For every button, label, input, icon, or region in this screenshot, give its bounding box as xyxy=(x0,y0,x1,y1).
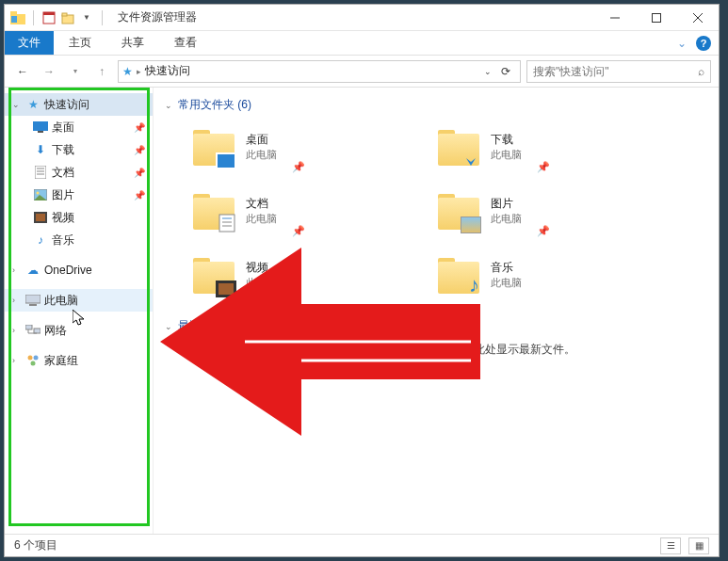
qat-dropdown-icon[interactable]: ▼ xyxy=(79,10,94,25)
chevron-right-icon[interactable]: › xyxy=(12,356,22,365)
pin-icon: 📌 xyxy=(134,190,145,200)
sidebar-item-music[interactable]: ♪ 音乐 xyxy=(5,229,153,251)
folder-icon xyxy=(191,252,236,297)
folder-name: 视频 xyxy=(246,260,277,276)
sidebar-onedrive[interactable]: › ☁ OneDrive xyxy=(5,259,153,281)
folder-icon xyxy=(191,124,236,169)
folder-icon xyxy=(436,124,481,169)
folder-name: 下载 xyxy=(491,132,522,148)
folder-name: 桌面 xyxy=(246,132,277,148)
sidebar-item-label: 音乐 xyxy=(52,232,74,248)
help-icon[interactable]: ? xyxy=(696,36,711,51)
folder-item-documents[interactable]: 文档 此电脑 📌 xyxy=(191,184,436,237)
maximize-button[interactable] xyxy=(636,5,677,31)
chevron-right-icon[interactable]: › xyxy=(12,296,22,305)
svg-rect-23 xyxy=(29,304,37,306)
svg-marker-32 xyxy=(466,152,476,166)
pin-icon: 📌 xyxy=(134,145,145,155)
svg-rect-13 xyxy=(35,166,46,179)
folder-name: 图片 xyxy=(491,196,522,212)
picture-icon xyxy=(33,187,48,202)
tab-share[interactable]: 共享 xyxy=(106,31,159,55)
chevron-down-icon[interactable]: ⌄ xyxy=(165,322,172,331)
svg-rect-22 xyxy=(25,295,40,303)
svg-point-30 xyxy=(34,356,39,361)
search-box[interactable]: ⌕ xyxy=(526,60,711,83)
sidebar-item-label: 桌面 xyxy=(52,120,74,136)
sidebar-item-label: 家庭组 xyxy=(44,353,78,369)
desktop-icon xyxy=(33,120,48,135)
svg-point-31 xyxy=(31,361,36,366)
section-header-folders[interactable]: ⌄ 常用文件夹 (6) xyxy=(165,97,707,113)
svg-rect-38 xyxy=(218,283,234,295)
folder-item-videos[interactable]: 视频 此电脑 xyxy=(191,248,436,301)
content-pane: ⌄ 常用文件夹 (6) 桌面 此电脑 📌 下载 xyxy=(154,88,719,534)
nav-pane: ⌄ ★ 快速访问 桌面 📌 ⬇ 下载 📌 文档 📌 图片 xyxy=(5,88,154,534)
nav-forward-button[interactable]: → xyxy=(39,61,59,82)
svg-rect-11 xyxy=(33,121,48,131)
folder-item-desktop[interactable]: 桌面 此电脑 📌 xyxy=(191,120,436,173)
folder-item-pictures[interactable]: 图片 此电脑 📌 xyxy=(436,184,681,237)
ribbon-expand-icon[interactable]: ⌄ xyxy=(677,37,687,50)
pin-icon: 📌 xyxy=(292,225,305,237)
nav-recent-dropdown[interactable]: ▾ xyxy=(65,61,86,82)
svg-rect-21 xyxy=(36,214,45,221)
address-bar: ← → ▾ ↑ ★ ▸ 快速访问 ⌄ ⟳ ⌕ xyxy=(5,56,719,88)
nav-up-button[interactable]: ↑ xyxy=(91,61,112,82)
address-dropdown-icon[interactable]: ⌄ xyxy=(484,67,492,76)
pc-icon xyxy=(25,293,40,308)
minimize-button[interactable] xyxy=(594,5,636,31)
search-input[interactable] xyxy=(533,65,692,78)
chevron-down-icon[interactable]: ⌄ xyxy=(12,100,22,109)
quick-access-icon: ★ xyxy=(122,65,133,78)
sidebar-this-pc[interactable]: › 此电脑 xyxy=(5,289,153,312)
folder-location: 此电脑 xyxy=(491,276,522,290)
svg-rect-6 xyxy=(62,13,67,16)
sidebar-item-label: 此电脑 xyxy=(44,293,78,309)
section-title: 最近使用的文件 (0) xyxy=(178,318,274,334)
sidebar-item-label: OneDrive xyxy=(44,264,92,277)
video-icon xyxy=(33,210,48,225)
download-icon: ⬇ xyxy=(33,142,48,157)
search-icon[interactable]: ⌕ xyxy=(698,65,704,78)
sidebar-item-desktop[interactable]: 桌面 📌 xyxy=(5,116,153,138)
tab-view[interactable]: 查看 xyxy=(159,31,212,55)
folder-item-music[interactable]: ♪ 音乐 此电脑 xyxy=(436,248,681,301)
sidebar-item-downloads[interactable]: ⬇ 下载 📌 xyxy=(5,138,153,161)
view-details-button[interactable]: ☰ xyxy=(660,537,681,554)
chevron-right-icon[interactable]: › xyxy=(12,326,22,335)
pin-icon: 📌 xyxy=(537,225,550,237)
svg-point-18 xyxy=(37,192,40,195)
folder-icon xyxy=(191,188,236,233)
sidebar-item-pictures[interactable]: 图片 📌 xyxy=(5,184,153,206)
folder-name: 文档 xyxy=(246,196,277,212)
sidebar-item-videos[interactable]: 视频 xyxy=(5,206,153,229)
svg-point-29 xyxy=(28,356,33,361)
qat-properties-icon[interactable] xyxy=(41,10,57,25)
tab-home[interactable]: 主页 xyxy=(54,31,106,55)
sidebar-quick-access[interactable]: ⌄ ★ 快速访问 xyxy=(5,93,153,116)
svg-marker-24 xyxy=(73,310,84,325)
folder-location: 此电脑 xyxy=(246,148,277,162)
address-box[interactable]: ★ ▸ 快速访问 ⌄ ⟳ xyxy=(118,60,521,83)
nav-back-button[interactable]: ← xyxy=(12,61,33,82)
refresh-button[interactable]: ⟳ xyxy=(495,65,516,78)
chevron-down-icon[interactable]: ⌄ xyxy=(165,101,172,110)
window-title: 文件资源管理器 xyxy=(118,9,197,25)
view-icons-button[interactable]: ▦ xyxy=(688,537,709,554)
svg-rect-25 xyxy=(25,325,32,329)
sidebar-homegroup[interactable]: › 家庭组 xyxy=(5,349,153,372)
folder-item-downloads[interactable]: 下载 此电脑 📌 xyxy=(436,120,681,173)
sidebar-item-documents[interactable]: 文档 📌 xyxy=(5,161,153,184)
pin-icon: 📌 xyxy=(537,161,550,173)
folder-location: 此电脑 xyxy=(246,276,277,290)
status-item-count: 6 个项目 xyxy=(14,537,57,553)
close-button[interactable] xyxy=(677,5,719,31)
svg-rect-12 xyxy=(38,131,43,133)
chevron-right-icon[interactable]: › xyxy=(12,265,22,275)
qat-new-folder-icon[interactable] xyxy=(60,10,75,25)
tab-file[interactable]: 文件 xyxy=(5,31,54,55)
network-icon xyxy=(25,323,40,338)
section-header-recent[interactable]: ⌄ 最近使用的文件 (0) xyxy=(165,318,707,334)
folder-name: 音乐 xyxy=(491,260,522,276)
